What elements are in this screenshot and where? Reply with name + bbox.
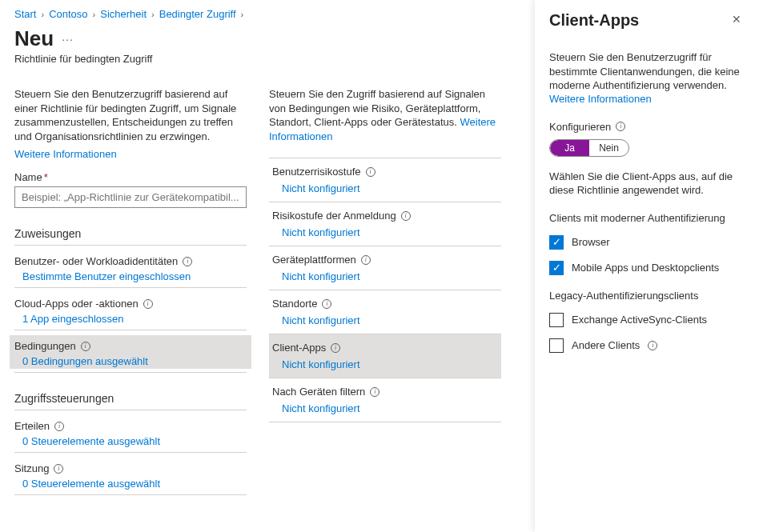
more-icon[interactable]: ··· <box>62 33 74 46</box>
control-session[interactable]: Sitzung i 0 Steuerelemente ausgewählt <box>14 458 247 491</box>
name-input[interactable] <box>14 186 247 208</box>
close-icon[interactable]: ✕ <box>729 11 745 27</box>
item-label: Nach Geräten filtern <box>272 386 365 398</box>
section-assignments: Zuweisungen <box>14 227 247 240</box>
info-icon[interactable]: i <box>331 343 340 353</box>
condition-signin-risk[interactable]: Risikostufe der Anmeldung i Nicht konfig… <box>269 202 501 246</box>
section-access-controls: Zugriffssteuerungen <box>14 392 247 405</box>
chevron-right-icon: › <box>93 10 96 19</box>
info-icon[interactable]: i <box>183 257 192 266</box>
option-mobile-desktop[interactable]: ✓ Mobile Apps und Desktopclients <box>549 261 745 275</box>
breadcrumb: Start › Contoso › Sicherheit › Bedingter… <box>14 8 520 20</box>
breadcrumb-item[interactable]: Sicherheit <box>100 8 147 20</box>
info-icon[interactable]: i <box>370 387 380 397</box>
panel-select-text: Wählen Sie die Client-Apps aus, auf die … <box>549 170 745 198</box>
option-label: Andere Clients <box>572 339 640 351</box>
group-legacy-auth: Legacy-Authentifizierungsclients <box>549 290 745 302</box>
left-column: Steuern Sie den Benutzerzugriff basieren… <box>14 87 247 500</box>
option-exchange-activesync[interactable]: Exchange ActiveSync-Clients <box>549 313 745 327</box>
item-label: Sitzung <box>14 462 49 474</box>
info-icon[interactable]: i <box>648 341 657 350</box>
item-label: Client-Apps <box>272 342 326 354</box>
conditions-description: Steuern Sie den Zugriff basierend auf Si… <box>269 87 501 143</box>
info-icon[interactable]: i <box>143 299 153 309</box>
info-icon[interactable]: i <box>81 342 90 351</box>
info-icon[interactable]: i <box>401 211 411 221</box>
page-title: Neu <box>14 26 54 51</box>
item-label: Benutzerrisikostufe <box>272 166 361 178</box>
info-icon[interactable]: i <box>616 122 625 131</box>
checkbox-icon[interactable]: ✓ <box>549 235 564 250</box>
panel-description: Steuern Sie den Benutzerzugriff für best… <box>549 50 745 93</box>
item-value[interactable]: Nicht konfiguriert <box>272 358 498 370</box>
breadcrumb-item[interactable]: Start <box>14 8 36 20</box>
item-value[interactable]: 0 Bedingungen ausgewählt <box>14 355 247 367</box>
control-grant[interactable]: Erteilen i 0 Steuerelemente ausgewählt <box>14 415 247 449</box>
info-icon[interactable]: i <box>361 255 371 265</box>
toggle-yes[interactable]: Ja <box>550 140 589 156</box>
group-modern-auth: Clients mit moderner Authentifizierung <box>549 212 745 224</box>
item-value[interactable]: 0 Steuerelemente ausgewählt <box>14 478 247 490</box>
item-label: Benutzer- oder Workloadidentitäten <box>14 255 178 267</box>
left-description: Steuern Sie den Benutzerzugriff basieren… <box>14 87 247 143</box>
item-value[interactable]: Bestimmte Benutzer eingeschlossen <box>14 270 247 282</box>
item-label: Risikostufe der Anmeldung <box>272 210 396 222</box>
divider <box>14 330 247 330</box>
main-content: Start › Contoso › Sicherheit › Bedingter… <box>0 0 535 508</box>
chevron-right-icon: › <box>41 10 44 19</box>
option-label: Exchange ActiveSync-Clients <box>572 314 707 326</box>
item-value[interactable]: 1 App eingeschlossen <box>14 313 247 325</box>
checkbox-icon[interactable]: ✓ <box>549 261 564 275</box>
assignment-conditions[interactable]: Bedingungen i 0 Bedingungen ausgewählt <box>10 335 251 369</box>
item-value[interactable]: Nicht konfiguriert <box>272 314 498 326</box>
assignment-users[interactable]: Benutzer- oder Workloadidentitäten i Bes… <box>14 250 247 284</box>
condition-user-risk[interactable]: Benutzerrisikostufe i Nicht konfiguriert <box>269 158 501 202</box>
item-value[interactable]: Nicht konfiguriert <box>272 226 498 238</box>
breadcrumb-item[interactable]: Contoso <box>49 8 87 20</box>
item-value[interactable]: Nicht konfiguriert <box>272 402 498 414</box>
assignment-apps[interactable]: Cloud-Apps oder -aktionen i 1 App einges… <box>14 293 247 326</box>
option-other-clients[interactable]: Andere Clients i <box>549 338 745 353</box>
item-label: Standorte <box>272 298 317 310</box>
configure-toggle[interactable]: Ja Nein <box>549 139 629 157</box>
condition-filter-devices[interactable]: Nach Geräten filtern i Nicht konfigurier… <box>269 378 501 422</box>
option-label: Mobile Apps und Desktopclients <box>572 262 719 274</box>
chevron-right-icon: › <box>151 10 155 19</box>
divider <box>14 494 247 495</box>
chevron-right-icon: › <box>241 10 244 19</box>
info-icon[interactable]: i <box>366 167 375 177</box>
divider <box>14 452 247 453</box>
divider <box>14 287 247 288</box>
item-label: Cloud-Apps oder -aktionen <box>14 298 139 310</box>
option-label: Browser <box>572 236 610 248</box>
item-value[interactable]: Nicht konfiguriert <box>272 270 498 282</box>
divider <box>14 372 247 373</box>
option-browser[interactable]: ✓ Browser <box>549 235 745 250</box>
info-icon[interactable]: i <box>322 299 331 309</box>
condition-locations[interactable]: Standorte i Nicht konfiguriert <box>269 290 501 334</box>
info-icon[interactable]: i <box>54 422 64 431</box>
checkbox-icon[interactable] <box>549 338 564 353</box>
panel-title: Client-Apps <box>549 11 639 30</box>
name-label: Name* <box>14 171 247 183</box>
page-subtitle: Richtlinie für bedingten Zugriff <box>14 53 520 65</box>
divider <box>14 410 247 410</box>
toggle-no[interactable]: Nein <box>589 140 628 156</box>
breadcrumb-item[interactable]: Bedingter Zugriff <box>159 8 236 20</box>
info-icon[interactable]: i <box>54 464 63 474</box>
checkbox-icon[interactable] <box>549 313 564 327</box>
conditions-column: Steuern Sie den Zugriff basierend auf Si… <box>269 87 501 422</box>
condition-device-platforms[interactable]: Geräteplattformen i Nicht konfiguriert <box>269 246 501 290</box>
item-value[interactable]: Nicht konfiguriert <box>272 182 498 194</box>
configure-label: Konfigurieren i <box>549 121 745 133</box>
item-label: Geräteplattformen <box>272 254 356 266</box>
divider <box>14 245 247 246</box>
item-label: Erteilen <box>14 420 50 432</box>
item-value[interactable]: 0 Steuerelemente ausgewählt <box>14 435 247 447</box>
condition-client-apps[interactable]: Client-Apps i Nicht konfiguriert <box>269 334 501 378</box>
client-apps-panel: Client-Apps ✕ Steuern Sie den Benutzerzu… <box>535 0 759 532</box>
learn-more-link[interactable]: Weitere Informationen <box>14 148 117 160</box>
item-label: Bedingungen <box>14 340 76 352</box>
learn-more-link[interactable]: Weitere Informationen <box>549 93 652 105</box>
